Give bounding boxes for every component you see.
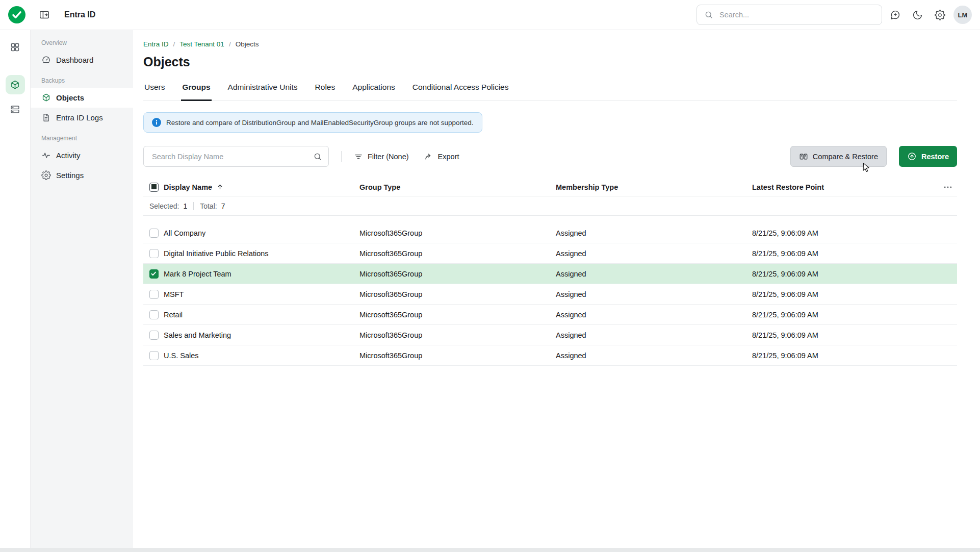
sidebar: Overview Dashboard Backups Objects Entra… — [31, 30, 133, 548]
row-checkbox[interactable] — [149, 249, 159, 258]
rail-backups-icon[interactable] — [6, 75, 25, 94]
breadcrumb-entra-id[interactable]: Entra ID — [143, 40, 169, 48]
cell-latest-restore-point: 8/21/25, 9:06:09 AM — [752, 290, 939, 298]
cell-membership-type: Assigned — [556, 331, 752, 339]
avatar[interactable]: LM — [953, 6, 972, 24]
restore-button[interactable]: Restore — [899, 146, 957, 167]
row-checkbox[interactable] — [149, 290, 159, 299]
column-options-icon[interactable] — [943, 182, 953, 192]
sidebar-item-activity[interactable]: Activity — [31, 145, 133, 165]
sort-ascending-icon[interactable] — [216, 183, 224, 191]
tab-bar: Users Groups Administrative Units Roles … — [143, 83, 957, 101]
tab-roles[interactable]: Roles — [314, 83, 337, 101]
cell-display-name: Digital Initiative Public Relations — [164, 249, 359, 258]
cell-display-name: All Company — [164, 229, 359, 237]
gear-icon[interactable] — [930, 5, 949, 24]
column-display-name[interactable]: Display Name — [164, 183, 359, 191]
sidebar-section-overview: Overview — [31, 39, 133, 46]
panel-toggle-icon[interactable] — [39, 9, 50, 20]
compare-icon — [799, 152, 808, 161]
app-title: Entra ID — [64, 10, 95, 19]
tab-users[interactable]: Users — [143, 83, 166, 101]
table-row[interactable]: All Company Microsoft365Group Assigned 8… — [143, 223, 957, 243]
display-name-search[interactable] — [143, 146, 329, 167]
sidebar-item-label: Activity — [56, 151, 81, 160]
filter-icon — [354, 152, 363, 161]
rail-dashboard-icon[interactable] — [6, 37, 25, 57]
row-checkbox[interactable] — [149, 310, 159, 319]
sidebar-item-label: Entra ID Logs — [56, 113, 103, 122]
cell-display-name: Mark 8 Project Team — [164, 270, 359, 278]
cell-display-name: MSFT — [164, 290, 359, 298]
global-search[interactable] — [697, 5, 882, 25]
cell-membership-type: Assigned — [556, 249, 752, 258]
export-button[interactable]: Export — [424, 152, 459, 161]
selection-stats: Selected: 1 Total: 7 — [143, 196, 957, 216]
cell-group-type: Microsoft365Group — [359, 352, 556, 360]
tab-applications[interactable]: Applications — [351, 83, 396, 101]
row-checkbox[interactable] — [149, 351, 159, 360]
row-checkbox[interactable] — [149, 229, 159, 238]
toolbar-divider — [341, 151, 342, 162]
cell-display-name: U.S. Sales — [164, 352, 359, 360]
message-plus-icon[interactable] — [885, 5, 905, 24]
rail-archive-icon[interactable] — [6, 99, 25, 119]
column-membership-type[interactable]: Membership Type — [556, 183, 752, 191]
info-banner: Restore and compare of DistributionGroup… — [143, 112, 482, 133]
column-latest-restore-point[interactable]: Latest Restore Point — [752, 183, 939, 191]
cell-latest-restore-point: 8/21/25, 9:06:09 AM — [752, 352, 939, 360]
breadcrumb-current: Objects — [236, 40, 259, 48]
compare-restore-label: Compare & Restore — [813, 153, 878, 161]
display-name-search-input[interactable] — [151, 152, 309, 161]
restore-icon — [907, 152, 917, 161]
restore-label: Restore — [921, 153, 949, 161]
cell-latest-restore-point: 8/21/25, 9:06:09 AM — [752, 331, 939, 339]
cell-group-type: Microsoft365Group — [359, 311, 556, 319]
sidebar-item-settings[interactable]: Settings — [31, 165, 133, 185]
compare-restore-button[interactable]: Compare & Restore — [790, 146, 887, 167]
topbar: Entra ID LM — [0, 0, 980, 30]
row-checkbox[interactable] — [149, 331, 159, 340]
page-title: Objects — [143, 55, 957, 69]
cell-display-name: Sales and Marketing — [164, 331, 359, 339]
table-row[interactable]: Sales and Marketing Microsoft365Group As… — [143, 325, 957, 345]
filter-button[interactable]: Filter (None) — [354, 152, 409, 161]
cell-group-type: Microsoft365Group — [359, 229, 556, 237]
select-all-checkbox[interactable] — [149, 183, 159, 192]
cell-group-type: Microsoft365Group — [359, 249, 556, 258]
activity-icon — [41, 150, 51, 160]
search-icon — [704, 10, 713, 19]
check-icon — [150, 270, 158, 278]
global-search-input[interactable] — [718, 10, 874, 19]
row-checkbox[interactable] — [149, 269, 159, 279]
tab-groups[interactable]: Groups — [181, 83, 211, 101]
table-row[interactable]: Mark 8 Project Team Microsoft365Group As… — [143, 264, 957, 284]
tab-administrative-units[interactable]: Administrative Units — [227, 83, 299, 101]
total-count: 7 — [221, 202, 225, 210]
sidebar-item-objects[interactable]: Objects — [31, 88, 133, 108]
total-label: Total: — [200, 202, 217, 210]
icon-rail — [0, 30, 31, 548]
cell-membership-type: Assigned — [556, 229, 752, 237]
table-row[interactable]: Retail Microsoft365Group Assigned 8/21/2… — [143, 305, 957, 325]
export-icon — [424, 152, 433, 161]
sidebar-section-management: Management — [31, 135, 133, 142]
settings-gear-icon — [41, 170, 51, 180]
table-row[interactable]: MSFT Microsoft365Group Assigned 8/21/25,… — [143, 284, 957, 305]
tab-conditional-access-policies[interactable]: Conditional Access Policies — [411, 83, 510, 101]
table-row[interactable]: U.S. Sales Microsoft365Group Assigned 8/… — [143, 345, 957, 366]
breadcrumb-test-tenant[interactable]: Test Tenant 01 — [179, 40, 224, 48]
theme-moon-icon[interactable] — [908, 5, 927, 24]
table-row[interactable]: Digital Initiative Public Relations Micr… — [143, 243, 957, 264]
column-group-type[interactable]: Group Type — [359, 183, 556, 191]
sidebar-item-dashboard[interactable]: Dashboard — [31, 50, 133, 70]
cell-membership-type: Assigned — [556, 352, 752, 360]
table-toolbar: Filter (None) Export Compare & Restore R… — [143, 146, 957, 167]
sidebar-item-label: Settings — [56, 171, 84, 180]
logs-icon — [41, 113, 51, 122]
cell-group-type: Microsoft365Group — [359, 290, 556, 298]
cell-group-type: Microsoft365Group — [359, 331, 556, 339]
cell-latest-restore-point: 8/21/25, 9:06:09 AM — [752, 270, 939, 278]
sidebar-item-entra-id-logs[interactable]: Entra ID Logs — [31, 108, 133, 128]
filter-label: Filter (None) — [368, 153, 409, 161]
